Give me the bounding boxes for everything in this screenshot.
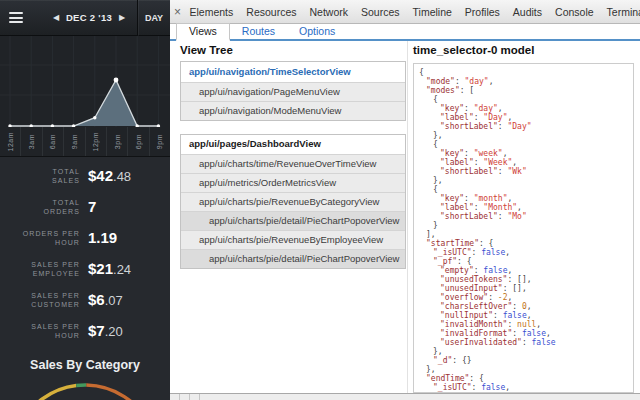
json-line: "key": "week", xyxy=(419,149,628,158)
app-root: ◀ DEC 2 '13 ▶ DAY 12am3am6am9am12pm3pm6p… xyxy=(0,0,640,400)
json-line: }, xyxy=(419,347,628,356)
tree-row[interactable]: app/ui/metrics/OrderMetricsView xyxy=(181,173,405,192)
view-tree-group: app/ui/pages/DashboardViewapp/ui/charts/… xyxy=(180,134,406,269)
stat-label: SALES PEREMPLOYEE xyxy=(0,260,80,278)
view-tree-group: app/ui/navigation/TimeSelectorViewapp/ui… xyxy=(180,61,406,121)
stat-label: TOTALORDERS xyxy=(0,198,80,216)
devtools-tab-console[interactable]: Console xyxy=(549,0,601,23)
dock-button[interactable] xyxy=(170,394,180,400)
console-toggle-button[interactable] xyxy=(180,394,190,400)
tree-row[interactable]: app/ui/pages/DashboardView xyxy=(181,135,405,154)
devtools-tab-profiles[interactable]: Profiles xyxy=(458,0,506,23)
stat-value-main: $42 xyxy=(88,167,113,184)
axis-tick-label: 3pm xyxy=(106,127,127,156)
stat-value-frac: .07 xyxy=(105,293,123,308)
view-tree-pane: View Tree app/ui/navigation/TimeSelector… xyxy=(180,41,406,393)
axis-tick-label: 6am xyxy=(42,127,63,156)
next-date-button[interactable]: ▶ xyxy=(115,13,129,22)
stat-value: 7 xyxy=(88,198,96,215)
json-line: "unusedTokens": [], xyxy=(419,275,628,284)
mode-day-button[interactable]: DAY xyxy=(137,0,170,36)
axis-tick-label: 9pm xyxy=(149,127,170,156)
json-line: { xyxy=(419,140,628,149)
json-line: }, xyxy=(419,365,628,374)
stat-value-frac: .48 xyxy=(113,169,131,184)
json-line: "_pf": { xyxy=(419,257,628,266)
stat-row: SALES PEREMPLOYEE$21.24 xyxy=(0,253,170,284)
stat-row: TOTALSALES$42.48 xyxy=(0,160,170,191)
prev-date-button[interactable]: ◀ xyxy=(49,13,63,22)
subtab-options[interactable]: Options xyxy=(287,24,347,39)
stat-row: SALES PERCUSTOMER$6.07 xyxy=(0,284,170,315)
json-line: "label": "Month", xyxy=(419,203,628,212)
tree-row[interactable]: app/ui/navigation/PageMenuView xyxy=(181,82,405,101)
json-line: }, xyxy=(419,131,628,140)
json-line: "empty": false, xyxy=(419,266,628,275)
json-line: "mode": "day", xyxy=(419,77,628,86)
revenue-over-time-chart xyxy=(0,36,170,127)
chart-x-axis: 12am3am6am9am12pm3pm6pm9pm xyxy=(0,127,170,157)
devtools-toolbar: × ElementsResourcesNetworkSourcesTimelin… xyxy=(170,0,640,24)
pane-divider xyxy=(407,41,408,393)
json-line: "modes": [ xyxy=(419,86,628,95)
json-line: "invalidMonth": null, xyxy=(419,320,628,329)
stat-value-main: 1.19 xyxy=(88,229,117,246)
stat-value: $21.24 xyxy=(88,260,131,277)
tree-row[interactable]: app/ui/charts/time/RevenueOverTimeView xyxy=(181,154,405,173)
stat-value-main: $6 xyxy=(88,291,105,308)
metrics-list: TOTALSALES$42.48TOTALORDERS7ORDERS PERHO… xyxy=(0,157,170,346)
json-line: { xyxy=(419,68,628,77)
tree-row[interactable]: app/ui/navigation/TimeSelectorView xyxy=(181,62,405,82)
json-line: }, xyxy=(419,176,628,185)
tree-row[interactable]: app/ui/navigation/ModeMenuView xyxy=(181,101,405,120)
tree-row[interactable]: app/ui/charts/pie/RevenueByCategoryView xyxy=(181,192,405,211)
close-icon[interactable]: × xyxy=(174,0,181,23)
json-line: "userInvalidated": false xyxy=(419,338,628,347)
json-line: "shortLabel": "Wk" xyxy=(419,167,628,176)
lavaca-content: View Tree app/ui/navigation/TimeSelector… xyxy=(170,41,640,393)
stat-value: 1.19 xyxy=(88,229,117,246)
tree-row[interactable]: app/ui/charts/pie/detail/PieChartPopover… xyxy=(181,211,405,230)
lavaca-subtabs: ViewsRoutesOptions xyxy=(170,24,640,41)
devtools-tab-audits[interactable]: Audits xyxy=(506,0,548,23)
json-line: "label": "Week", xyxy=(419,158,628,167)
model-heading: time_selector-0 model xyxy=(413,44,634,56)
json-line: { xyxy=(419,95,628,104)
json-line: "shortLabel": "Day" xyxy=(419,122,628,131)
devtools-tab-elements[interactable]: Elements xyxy=(183,0,240,23)
json-line: "nullInput": false, xyxy=(419,311,628,320)
sales-by-category-donut xyxy=(0,370,170,400)
stat-value-main: 7 xyxy=(88,198,96,215)
devtools-tab-timeline[interactable]: Timeline xyxy=(406,0,458,23)
pos-dashboard: ◀ DEC 2 '13 ▶ DAY 12am3am6am9am12pm3pm6p… xyxy=(0,0,170,400)
stat-label: SALES PERCUSTOMER xyxy=(0,291,80,309)
devtools-panel: × ElementsResourcesNetworkSourcesTimelin… xyxy=(170,0,640,400)
axis-tick-label: 12am xyxy=(0,127,20,156)
json-line: "overflow": -2, xyxy=(419,293,628,302)
axis-tick-label: 3am xyxy=(20,127,41,156)
stat-value: $42.48 xyxy=(88,167,131,184)
json-line: "key": "day", xyxy=(419,104,628,113)
view-tree-heading: View Tree xyxy=(180,44,406,56)
axis-tick-label: 6pm xyxy=(127,127,148,156)
stat-value-frac: .24 xyxy=(113,262,131,277)
devtools-tabs: ElementsResourcesNetworkSourcesTimelineP… xyxy=(183,0,640,23)
json-line: "_isUTC": false, xyxy=(419,383,628,392)
stat-value-main: $7 xyxy=(88,322,105,339)
inspect-button[interactable] xyxy=(190,394,200,400)
tree-row[interactable]: app/ui/charts/pie/RevenueByEmployeeView xyxy=(181,230,405,249)
devtools-tab-terminal[interactable]: Terminal xyxy=(600,0,640,23)
json-line: "endTime": { xyxy=(419,374,628,383)
json-line: "invalidFormat": false, xyxy=(419,329,628,338)
subtab-routes[interactable]: Routes xyxy=(230,24,287,39)
subtab-views[interactable]: Views xyxy=(176,23,230,41)
json-line: "_isUTC": false, xyxy=(419,248,628,257)
tree-row[interactable]: app/ui/charts/pie/detail/PieChartPopover… xyxy=(181,249,405,268)
menu-icon[interactable] xyxy=(9,12,23,23)
stat-label: ORDERS PERHOUR xyxy=(0,229,80,247)
devtools-tab-sources[interactable]: Sources xyxy=(355,0,407,23)
devtools-tab-resources[interactable]: Resources xyxy=(240,0,303,23)
devtools-tab-network[interactable]: Network xyxy=(303,0,355,23)
stat-row: TOTALORDERS7 xyxy=(0,191,170,222)
model-pane: time_selector-0 model {"mode": "day","mo… xyxy=(413,41,634,393)
